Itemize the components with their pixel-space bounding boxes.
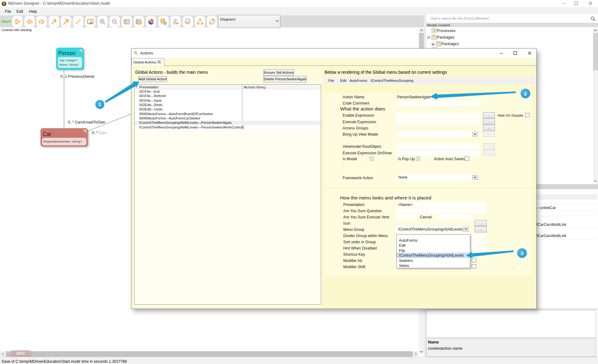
svg-text:1: 1 — [98, 102, 101, 107]
svg-text:3: 3 — [521, 251, 523, 256]
svg-text:2: 2 — [524, 91, 527, 96]
